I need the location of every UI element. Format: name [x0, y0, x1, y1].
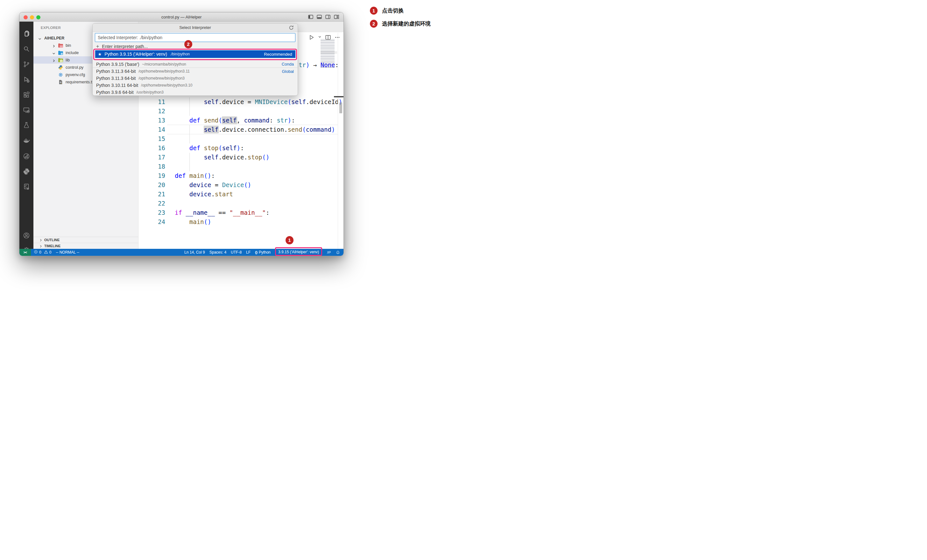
line-number: 16	[138, 144, 165, 153]
toggle-secondary-sidebar-icon[interactable]	[325, 15, 330, 19]
recommended-interpreter-item[interactable]: ★ Python 3.9.15 ('AIHelper': venv) ./bin…	[95, 50, 295, 58]
activity-bar: 1	[20, 22, 33, 249]
notifications-bell-icon[interactable]	[336, 250, 340, 255]
code-line-17[interactable]: 17 self.device.stop()	[138, 153, 343, 162]
line-number: 15	[138, 134, 165, 144]
remote-explorer-icon[interactable]	[23, 106, 30, 114]
line-text: device.start	[175, 190, 233, 199]
interpreter-search-input[interactable]	[95, 33, 295, 42]
encoding-status[interactable]: UTF-8	[231, 250, 242, 255]
line-number: 11	[138, 97, 165, 106]
eol-status[interactable]: LF	[246, 250, 251, 255]
feedback-icon[interactable]	[327, 250, 331, 255]
code-line-20[interactable]: 20 device = Device()	[138, 181, 343, 190]
source-control-icon[interactable]	[23, 61, 30, 68]
folder-include-icon	[58, 50, 63, 55]
chevron-right-icon	[52, 44, 56, 47]
editor-scrollbar[interactable]	[338, 33, 343, 249]
code-line-22[interactable]: 22	[138, 199, 343, 208]
problems-status[interactable]: 0 0	[34, 250, 51, 255]
testing-icon[interactable]	[23, 121, 30, 129]
line-text: def send(self, command: str):	[175, 116, 295, 125]
run-and-debug-icon[interactable]	[23, 76, 30, 83]
line-number: 14	[138, 125, 165, 134]
explorer-icon[interactable]	[23, 30, 30, 38]
interpreter-path: /usr/bin/python3	[137, 90, 164, 94]
language-label: Python	[259, 250, 271, 255]
vim-mode-indicator[interactable]: -- NORMAL --	[56, 250, 79, 255]
interpreter-item-0[interactable]: Python 3.9.15 ('base') ~/micromamba/bin/…	[93, 61, 298, 68]
error-count: 0	[39, 250, 41, 255]
code-line-18[interactable]: 18	[138, 162, 343, 171]
customize-layout-icon[interactable]	[334, 15, 339, 19]
run-dropdown-chevron-icon[interactable]	[318, 34, 322, 40]
python-interpreter-status[interactable]: 3.9.15 ('AIHelper': venv)	[278, 250, 319, 254]
line-number: 13	[138, 116, 165, 125]
resize-sash[interactable]	[334, 96, 343, 97]
code-line-12[interactable]: 12	[138, 106, 343, 116]
interpreter-label: Python 3.9.6 64-bit	[96, 90, 134, 95]
recommended-tag: Recommended	[264, 52, 292, 57]
toggle-primary-sidebar-icon[interactable]	[308, 15, 313, 19]
section-timeline[interactable]: TIMELINE	[33, 243, 138, 249]
interpreter-path: /opt/homebrew/bin/python3	[138, 76, 185, 80]
code-line-16[interactable]: 16 def stop(self):	[138, 144, 343, 153]
python-file-icon	[58, 65, 63, 70]
docker-icon[interactable]	[23, 137, 30, 144]
enter-path-label: Enter interpreter path...	[102, 44, 148, 49]
more-actions-icon[interactable]	[334, 34, 340, 40]
split-editor-icon[interactable]	[325, 34, 331, 40]
code-line-11[interactable]: 11 self.device = MNIDevice(self.deviceId…	[138, 97, 343, 106]
line-text: main()	[175, 217, 211, 226]
indent-guide	[189, 97, 190, 106]
minimap[interactable]	[321, 39, 337, 68]
chevron-down-icon	[52, 51, 56, 55]
code-line-15[interactable]: 15	[138, 134, 343, 144]
code-line-23[interactable]: 23if __name__ == "__main__":	[138, 208, 343, 217]
interpreter-item-4[interactable]: Python 3.9.6 64-bit /usr/bin/python3	[93, 89, 298, 96]
section-outline[interactable]: OUTLINE	[33, 237, 138, 243]
toggle-panel-icon[interactable]	[317, 15, 322, 19]
interpreter-tag: Conda	[282, 62, 294, 67]
code-line-14[interactable]: 14 self.device.connection.send(command)	[138, 125, 343, 134]
line-text: def stop(self):	[175, 144, 244, 153]
step-2-badge: 2	[184, 40, 192, 49]
interpreter-item-2[interactable]: Python 3.11.3 64-bit /opt/homebrew/bin/p…	[93, 75, 298, 82]
interpreter-path: /opt/homebrew/bin/python3.10	[141, 83, 192, 88]
line-text: if __name__ == "__main__":	[175, 208, 269, 217]
code-line-13[interactable]: 13 def send(self, command: str):	[138, 116, 343, 125]
callout-step-2: 2 选择新建的虚拟环境	[370, 20, 431, 28]
interpreter-item-3[interactable]: Python 3.10.11 64-bit /opt/homebrew/bin/…	[93, 82, 298, 89]
line-number: 23	[138, 208, 165, 217]
live-share-icon[interactable]	[23, 152, 30, 160]
gear-file-icon	[58, 72, 63, 77]
interpreter-label: Python 3.11.3 64-bit	[96, 76, 135, 81]
code-line-21[interactable]: 21 device.start	[138, 190, 343, 199]
section-label: OUTLINE	[44, 238, 59, 242]
code-line-24[interactable]: 24 main()	[138, 217, 343, 226]
search-icon[interactable]	[23, 45, 30, 53]
indent-guide	[189, 125, 190, 134]
interpreter-tag: Global	[282, 69, 294, 74]
interpreter-item-1[interactable]: Python 3.11.3 64-bit /opt/homebrew/bin/p…	[93, 68, 298, 75]
code-line-19[interactable]: 19def main():	[138, 171, 343, 181]
indentation-status[interactable]: Spaces: 4	[210, 250, 226, 255]
cpp-tools-icon[interactable]	[23, 183, 30, 191]
python-icon[interactable]	[23, 168, 30, 175]
run-button-icon[interactable]	[308, 34, 315, 40]
scrollbar-thumb[interactable]	[339, 102, 342, 113]
cursor-position-status[interactable]: Ln 14, Col 9	[184, 250, 205, 255]
line-number: 18	[138, 162, 165, 171]
indent-guide	[189, 162, 190, 171]
folder-lib-icon	[58, 58, 63, 63]
extensions-icon[interactable]	[23, 91, 30, 99]
indent-guide	[189, 134, 190, 144]
remote-indicator[interactable]: ><	[20, 249, 31, 256]
callout-step-1: 1 点击切换	[370, 6, 431, 15]
account-icon[interactable]	[23, 232, 30, 239]
language-mode-status[interactable]: {} Python	[255, 250, 271, 255]
vscode-window: control.py — AIHelper 1 EXPLORER AIHELPE…	[19, 12, 344, 256]
line-text: self.device = MNIDevice(self.deviceId)	[175, 97, 342, 106]
tree-item-label: pyvenv.cfg	[65, 72, 85, 77]
refresh-icon[interactable]	[289, 25, 294, 30]
